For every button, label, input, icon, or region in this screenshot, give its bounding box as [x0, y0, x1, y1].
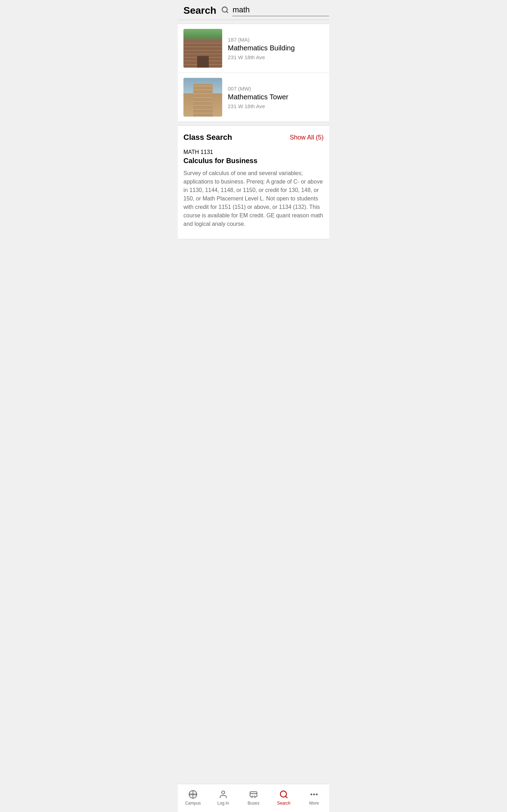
content-area: 187 (MA) Mathematics Building 231 W 18th…: [178, 24, 329, 271]
search-input-wrapper: [232, 5, 329, 16]
search-input[interactable]: [232, 5, 329, 14]
class-name: Calculus for Business: [183, 157, 324, 165]
list-item[interactable]: 007 (MW) Mathematics Tower 231 W 18th Av…: [178, 73, 329, 122]
building-name: Mathematics Tower: [228, 93, 324, 101]
building-code: 187 (MA): [228, 37, 324, 43]
building-info: 007 (MW) Mathematics Tower 231 W 18th Av…: [228, 86, 324, 109]
building-image: [183, 78, 222, 117]
search-icon: [221, 6, 229, 16]
list-item[interactable]: MATH 1131 Calculus for Business Survey o…: [183, 149, 324, 232]
building-code: 007 (MW): [228, 86, 324, 92]
svg-line-1: [227, 11, 228, 13]
building-address: 231 W 18th Ave: [228, 54, 324, 60]
class-search-title: Class Search: [183, 133, 232, 142]
class-search-card: Class Search Show All (5) MATH 1131 Calc…: [178, 125, 329, 239]
class-search-header: Class Search Show All (5): [183, 133, 324, 142]
class-description: Survey of calculus of one and several va…: [183, 169, 324, 228]
page-title: Search: [183, 5, 216, 16]
buildings-card: 187 (MA) Mathematics Building 231 W 18th…: [178, 24, 329, 122]
building-name: Mathematics Building: [228, 44, 324, 52]
show-all-link[interactable]: Show All (5): [290, 134, 324, 141]
list-item[interactable]: 187 (MA) Mathematics Building 231 W 18th…: [178, 24, 329, 73]
building-image: [183, 29, 222, 68]
class-code: MATH 1131: [183, 149, 324, 155]
building-info: 187 (MA) Mathematics Building 231 W 18th…: [228, 37, 324, 60]
header: Search ×: [178, 0, 329, 20]
building-address: 231 W 18th Ave: [228, 103, 324, 109]
